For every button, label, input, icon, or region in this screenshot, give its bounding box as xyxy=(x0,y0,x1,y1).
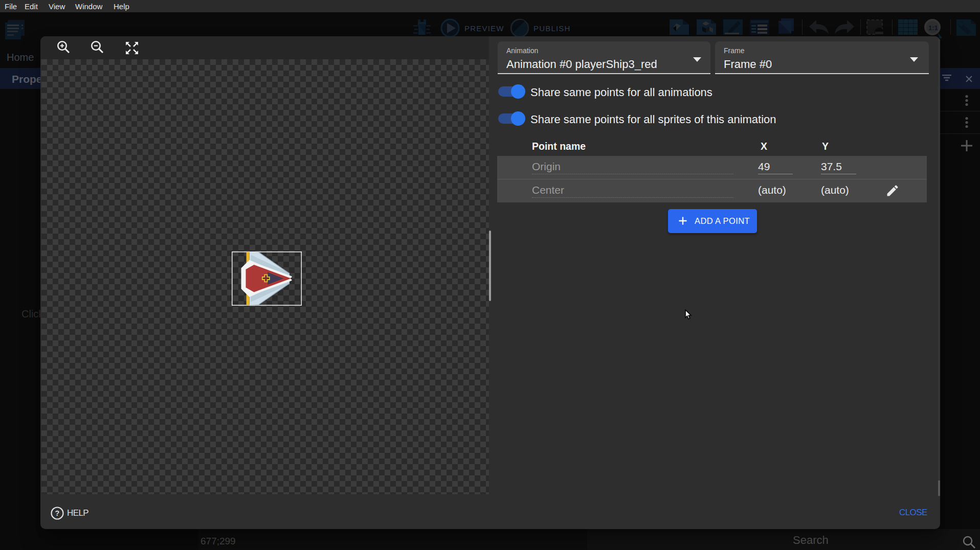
svg-text:?: ? xyxy=(55,509,60,517)
svg-text:1:1: 1:1 xyxy=(928,24,938,32)
